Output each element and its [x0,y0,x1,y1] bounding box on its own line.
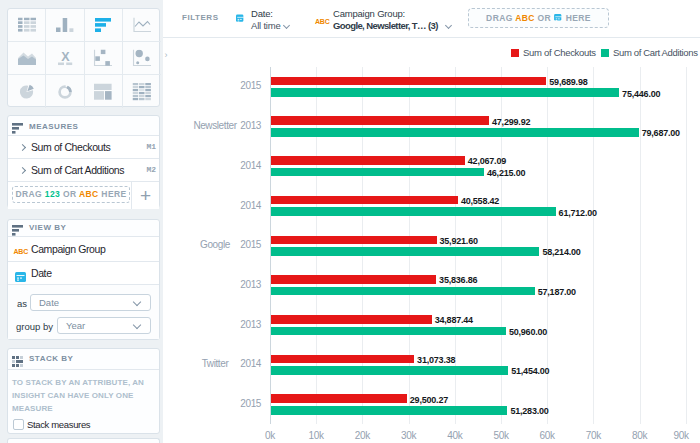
svg-text:X: X [61,51,70,64]
